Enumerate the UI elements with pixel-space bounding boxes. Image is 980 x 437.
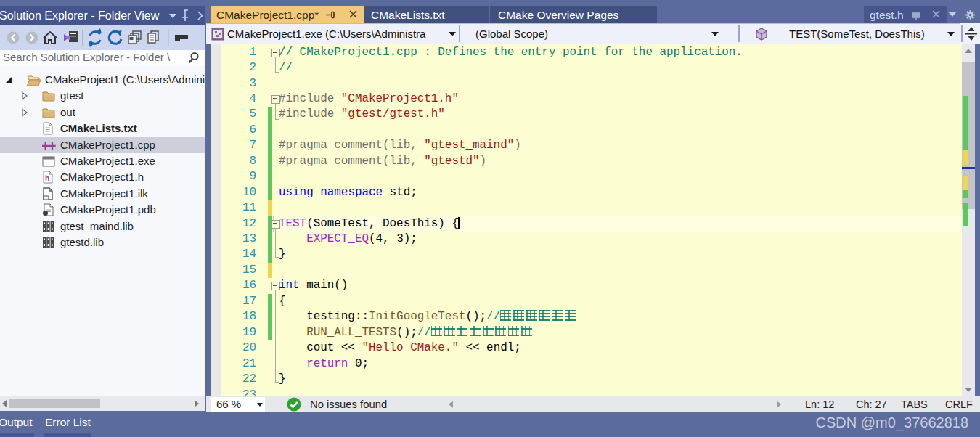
svg-text:h: h bbox=[45, 174, 49, 182]
